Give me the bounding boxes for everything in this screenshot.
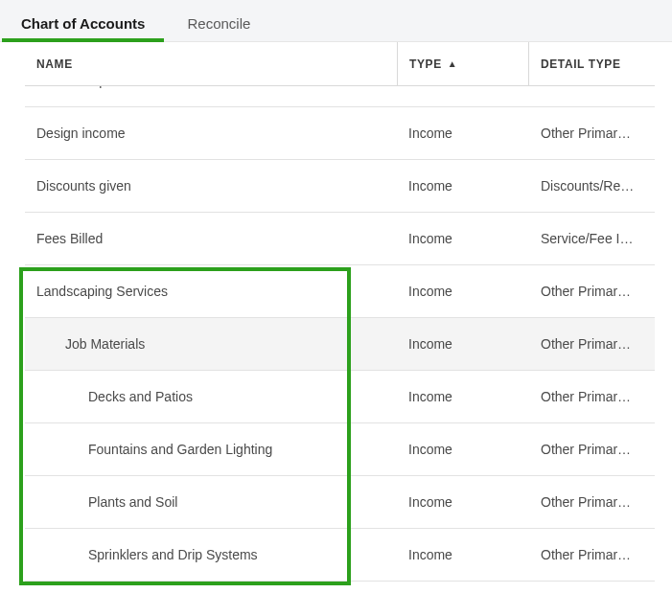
account-name: Discounts given [25, 178, 397, 194]
table-row[interactable]: Sprinklers and Drip SystemsIncomeOther P… [25, 529, 655, 582]
tab-chart-of-accounts[interactable]: Chart of Accounts [17, 4, 149, 41]
column-header-name[interactable]: NAME [25, 42, 397, 85]
account-name: Fountains and Garden Lighting [25, 442, 397, 457]
sort-ascending-icon: ▲ [448, 58, 458, 69]
account-name: Plants and Soil [25, 494, 397, 510]
account-detail-type: Service/Fee I… [529, 86, 655, 88]
table-row[interactable]: Design incomeIncomeOther Primar… [25, 107, 655, 160]
table-row[interactable]: Job MaterialsIncomeOther Primar… [25, 318, 655, 371]
account-detail-type: Service/Fee I… [529, 231, 655, 246]
table-header: NAME TYPE ▲ DETAIL TYPE [25, 42, 655, 86]
column-header-detail-type[interactable]: DETAIL TYPE [529, 42, 655, 85]
account-type: Income [397, 178, 529, 194]
table-row[interactable]: Fees BilledIncomeService/Fee I… [25, 213, 655, 265]
account-type: Income [397, 389, 529, 404]
account-type: Income [397, 494, 529, 510]
column-header-name-label: NAME [36, 57, 73, 71]
account-name: Sprinklers and Drip Systems [25, 547, 397, 562]
account-name: Landscaping Services [25, 284, 397, 299]
tab-reconcile[interactable]: Reconcile [183, 4, 254, 41]
account-detail-type: Other Primar… [529, 547, 655, 562]
tabs-bar: Chart of Accounts Reconcile [0, 0, 672, 42]
account-name: Decks and Patios [25, 389, 397, 404]
account-detail-type: Other Primar… [529, 389, 655, 404]
column-header-type[interactable]: TYPE ▲ [397, 42, 529, 85]
account-name: Design income [25, 125, 397, 141]
account-detail-type: Other Primar… [529, 336, 655, 352]
column-header-detail-type-label: DETAIL TYPE [541, 57, 621, 71]
account-type: Income [397, 125, 529, 141]
account-detail-type: Discounts/Re… [529, 178, 655, 194]
table-row[interactable]: Decks and PatiosIncomeOther Primar… [25, 371, 655, 423]
account-type: Income [397, 86, 529, 88]
table-body: Billable Expense IncomeIncomeService/Fee… [25, 86, 655, 582]
accounts-table: NAME TYPE ▲ DETAIL TYPE Billable Expense… [0, 42, 672, 582]
account-name: Job Materials [25, 336, 397, 352]
table-row[interactable]: Billable Expense IncomeIncomeService/Fee… [25, 86, 655, 107]
account-detail-type: Other Primar… [529, 442, 655, 457]
account-type: Income [397, 231, 529, 246]
table-row[interactable]: Landscaping ServicesIncomeOther Primar… [25, 265, 655, 318]
table-row[interactable]: Fountains and Garden LightingIncomeOther… [25, 423, 655, 476]
account-type: Income [397, 284, 529, 299]
table-row[interactable]: Discounts givenIncomeDiscounts/Re… [25, 160, 655, 213]
account-type: Income [397, 442, 529, 457]
account-detail-type: Other Primar… [529, 284, 655, 299]
account-detail-type: Other Primar… [529, 494, 655, 510]
account-detail-type: Other Primar… [529, 125, 655, 141]
account-type: Income [397, 547, 529, 562]
account-name: Fees Billed [25, 231, 397, 246]
table-row[interactable]: Plants and SoilIncomeOther Primar… [25, 476, 655, 529]
account-name: Billable Expense Income [25, 86, 397, 88]
column-header-type-label: TYPE [409, 57, 442, 71]
account-type: Income [397, 336, 529, 352]
